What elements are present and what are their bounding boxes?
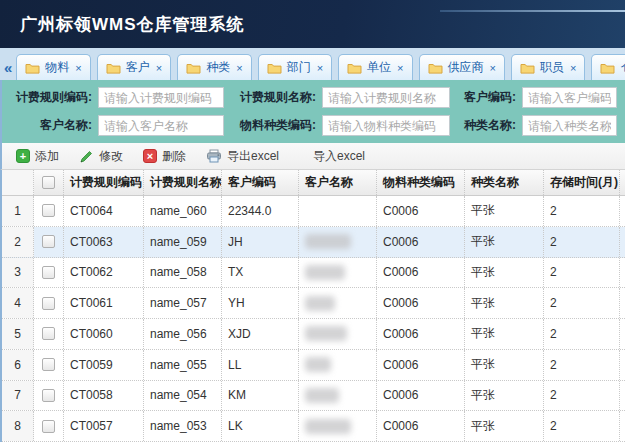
category-name-cell: 平张	[465, 288, 544, 318]
billing-rule-code-cell: CT0057	[64, 411, 144, 441]
select-all-checkbox[interactable]	[42, 176, 55, 189]
row-checkbox[interactable]	[42, 297, 55, 310]
billing-rule-name-cell: name_054	[144, 381, 222, 411]
table-row[interactable]: 6 CT0059 name_055 LL C0006 平张 2	[2, 350, 625, 381]
close-icon[interactable]: ×	[317, 62, 323, 74]
row-checkbox-cell	[34, 411, 64, 441]
tab-staff[interactable]: 职员 ×	[511, 54, 585, 80]
table-row[interactable]: 4 CT0061 name_057 YH C0006 平张 2	[2, 288, 625, 319]
customer-code-cell: JH	[222, 227, 299, 257]
row-checkbox[interactable]	[42, 327, 55, 340]
delete-button[interactable]: × 删除	[133, 144, 196, 168]
edit-button[interactable]: 修改	[69, 144, 133, 168]
material-category-code-cell: C0006	[377, 258, 465, 288]
col-header-material-category-code[interactable]: 物料种类编码	[377, 170, 465, 195]
col-header-customer-code[interactable]: 客户编码	[222, 170, 299, 195]
table-row[interactable]: 3 CT0062 name_058 TX C0006 平张 2	[2, 258, 625, 289]
tab-department[interactable]: 部门 ×	[258, 54, 332, 80]
category-name-cell: 平张	[465, 319, 544, 349]
row-checkbox[interactable]	[42, 389, 55, 402]
category-name-cell: 平张	[465, 196, 544, 226]
redacted-customer-name	[305, 265, 345, 280]
folder-icon	[428, 62, 443, 74]
material-category-code-cell: C0006	[377, 350, 465, 380]
close-icon[interactable]: ×	[236, 62, 242, 74]
storage-months-cell: 2	[544, 258, 620, 288]
row-checkbox[interactable]	[42, 358, 55, 371]
table-row[interactable]: 1 CT0064 name_060 22344.0 C0006 平张 2	[2, 196, 625, 227]
customer-name-cell	[299, 258, 377, 288]
customer-name-cell	[299, 288, 377, 318]
tab-material[interactable]: 物料 ×	[16, 54, 90, 80]
collapse-tabs-icon[interactable]: «	[4, 60, 12, 75]
billing-rule-name-input[interactable]	[322, 87, 450, 108]
tab-warehouse[interactable]: 仓库 ×	[591, 54, 625, 80]
row-number: 6	[2, 350, 34, 380]
add-button-label: 添加	[35, 148, 59, 165]
billing-rule-code-cell: CT0060	[64, 319, 144, 349]
category-name-input[interactable]	[522, 115, 617, 136]
tab-unit[interactable]: 单位 ×	[338, 54, 412, 80]
folder-icon	[186, 62, 201, 74]
close-icon[interactable]: ×	[75, 62, 81, 74]
row-number: 2	[2, 227, 34, 257]
filler-cell	[620, 258, 625, 288]
row-number: 4	[2, 288, 34, 318]
tab-customer[interactable]: 客户 ×	[97, 54, 171, 80]
select-all-cell	[34, 170, 64, 195]
row-checkbox[interactable]	[42, 235, 55, 248]
billing-rule-code-cell: CT0064	[64, 196, 144, 226]
customer-code-input[interactable]	[522, 87, 617, 108]
tab-category[interactable]: 种类 ×	[177, 54, 251, 80]
customer-code-label: 客户编码:	[456, 89, 516, 106]
add-icon: +	[16, 149, 30, 163]
export-excel-button[interactable]: 导出excel	[196, 144, 289, 168]
billing-rule-code-cell: CT0062	[64, 258, 144, 288]
billing-rule-name-cell: name_057	[144, 288, 222, 318]
table-row[interactable]: 8 CT0057 name_053 LK C0006 平张 2	[2, 411, 625, 442]
category-name-cell: 平张	[465, 411, 544, 441]
col-header-customer-name[interactable]: 客户名称	[299, 170, 377, 195]
tab-label: 部门	[287, 59, 311, 76]
table-row[interactable]: 5 CT0060 name_056 XJD C0006 平张 2	[2, 319, 625, 350]
redacted-customer-name	[305, 388, 339, 403]
close-icon[interactable]: ×	[570, 62, 576, 74]
billing-rule-code-input[interactable]	[98, 87, 224, 108]
folder-icon	[106, 62, 121, 74]
close-icon[interactable]: ×	[490, 62, 496, 74]
col-header-billing-rule-code[interactable]: 计费规则编码	[64, 170, 144, 195]
row-number: 5	[2, 319, 34, 349]
col-header-billing-rule-name[interactable]: 计费规则名称	[144, 170, 222, 195]
row-checkbox[interactable]	[42, 204, 55, 217]
folder-icon	[25, 62, 40, 74]
customer-name-input[interactable]	[98, 115, 224, 136]
billing-rule-name-cell: name_059	[144, 227, 222, 257]
row-checkbox[interactable]	[42, 420, 55, 433]
customer-name-cell	[299, 196, 377, 226]
billing-rule-name-cell: name_055	[144, 350, 222, 380]
close-icon[interactable]: ×	[397, 62, 403, 74]
redacted-customer-name	[305, 234, 351, 249]
tab-supplier[interactable]: 供应商 ×	[419, 54, 505, 80]
row-checkbox-cell	[34, 288, 64, 318]
tab-bar: « 物料 × 客户 × 种类 × 部门 × 单位 × 供应商 × 职员 × 仓库…	[0, 48, 625, 80]
import-excel-button[interactable]: 导入excel	[303, 144, 375, 168]
printer-icon	[206, 149, 222, 163]
filler-cell	[620, 350, 625, 380]
billing-rule-code-cell: CT0059	[64, 350, 144, 380]
col-header-category-name[interactable]: 种类名称	[465, 170, 544, 195]
row-checkbox-cell	[34, 381, 64, 411]
category-name-cell: 平张	[465, 381, 544, 411]
col-header-storage-months[interactable]: 存储时间(月)	[544, 170, 620, 195]
material-category-code-input[interactable]	[322, 115, 450, 136]
customer-name-cell	[299, 381, 377, 411]
storage-months-cell: 2	[544, 381, 620, 411]
tab-label: 供应商	[448, 59, 484, 76]
row-checkbox[interactable]	[42, 266, 55, 279]
export-excel-label: 导出excel	[227, 148, 279, 165]
table-row[interactable]: 7 CT0058 name_054 KM C0006 平张 2	[2, 381, 625, 412]
tab-label: 仓库	[620, 59, 625, 76]
close-icon[interactable]: ×	[156, 62, 162, 74]
add-button[interactable]: + 添加	[6, 144, 69, 168]
table-row[interactable]: 2 CT0063 name_059 JH C0006 平张 2	[2, 227, 625, 258]
